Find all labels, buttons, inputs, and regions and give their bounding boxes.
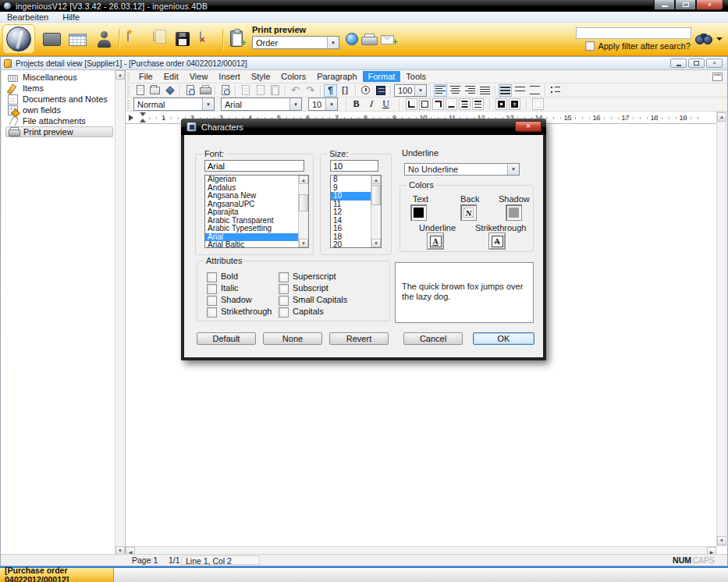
chevron-down-icon[interactable]: ▼ bbox=[325, 98, 337, 110]
copy-button[interactable] bbox=[254, 84, 267, 97]
dialog-close-button[interactable]: × bbox=[515, 121, 542, 132]
scroll-down-icon[interactable]: ▼ bbox=[717, 536, 726, 545]
apply-filter-checkbox[interactable] bbox=[585, 41, 595, 51]
underline-combobox[interactable]: No Underline ▼ bbox=[404, 163, 520, 176]
window-minimize-button[interactable] bbox=[654, 0, 675, 10]
scroll-down-icon[interactable]: ▼ bbox=[371, 239, 381, 247]
toolbar-grip[interactable] bbox=[127, 100, 130, 108]
globe-icon[interactable] bbox=[346, 33, 358, 45]
menubar-item[interactable]: Bearbeiten bbox=[0, 12, 55, 22]
save-button[interactable] bbox=[176, 32, 190, 46]
border-thick-middle-button[interactable] bbox=[509, 98, 520, 110]
sidebar-item-miscellaneous[interactable]: Miscellaneous bbox=[5, 72, 113, 83]
align-center-button[interactable] bbox=[449, 84, 462, 97]
editor-menus-item[interactable]: Colors bbox=[275, 71, 311, 82]
border-outline-button[interactable] bbox=[419, 98, 431, 110]
app-logo-button[interactable] bbox=[2, 24, 35, 54]
paste-button[interactable] bbox=[268, 84, 282, 97]
mdi-titlebar[interactable]: Projects detail view [Supplier1] - [Purc… bbox=[1, 57, 727, 70]
editor-menus-item[interactable]: View bbox=[184, 71, 214, 82]
paragraph-style-combobox[interactable]: Normal ▼ bbox=[133, 98, 215, 111]
editor-vertical-scrollbar[interactable]: ▲ ▼ bbox=[716, 112, 726, 546]
border-horizontal-double-button[interactable] bbox=[472, 98, 484, 110]
redo-button[interactable]: ↷ bbox=[304, 84, 317, 97]
line-spacing-double-button[interactable] bbox=[528, 84, 542, 97]
window-maximize-button[interactable] bbox=[675, 0, 696, 10]
bullet-list-button[interactable] bbox=[549, 84, 562, 97]
border-right-top-button[interactable] bbox=[432, 98, 444, 110]
attributes-column-2-item[interactable]: Subscript bbox=[279, 283, 347, 295]
table-view-icon[interactable] bbox=[69, 34, 87, 46]
size-list-items-item[interactable]: 16 bbox=[331, 225, 371, 233]
chevron-down-icon[interactable]: ▼ bbox=[507, 164, 519, 175]
align-right-button[interactable] bbox=[463, 84, 477, 97]
sidebar-item-file-attachments[interactable]: File attachments bbox=[5, 115, 113, 126]
size-list-items-item[interactable]: 20 bbox=[331, 241, 371, 247]
text-color-swatch[interactable] bbox=[410, 204, 427, 221]
chevron-down-icon[interactable]: ▼ bbox=[202, 98, 214, 110]
attributes-column-1-item[interactable]: Italic bbox=[207, 283, 272, 295]
cancel-button[interactable]: Cancel bbox=[403, 332, 463, 345]
mdi-minimize-button[interactable] bbox=[670, 59, 687, 68]
toolbar-grip[interactable] bbox=[127, 86, 130, 94]
ok-button[interactable]: OK bbox=[473, 332, 534, 345]
scroll-thumb[interactable] bbox=[299, 194, 308, 211]
underline-color-button[interactable]: A bbox=[427, 232, 444, 250]
window-close-button[interactable]: × bbox=[696, 0, 723, 10]
print-button[interactable] bbox=[361, 34, 376, 45]
dialog-titlebar[interactable]: Characters × bbox=[181, 119, 546, 135]
attributes-column-1-item[interactable]: Strikethrough bbox=[207, 307, 272, 318]
line-spacing-single-button[interactable] bbox=[499, 84, 512, 97]
underline-button[interactable]: U bbox=[379, 98, 392, 111]
size-list-scrollbar[interactable]: ▲ ▼ bbox=[371, 176, 381, 247]
attributes-column-2-item[interactable]: Small Capitals bbox=[279, 295, 347, 307]
border-horizontal-button[interactable] bbox=[459, 98, 471, 110]
border-none-button[interactable] bbox=[532, 98, 544, 110]
attributes-column-1-item[interactable]: Bold bbox=[207, 271, 272, 283]
font-name-input[interactable] bbox=[204, 160, 304, 172]
print-preview-button[interactable] bbox=[183, 84, 197, 97]
editor-menus-item[interactable]: Paragraph bbox=[311, 71, 362, 82]
search-options-caret-icon[interactable] bbox=[716, 37, 723, 41]
sidebar-item-items[interactable]: Items bbox=[5, 83, 113, 94]
size-list-items-item[interactable]: 10 bbox=[331, 192, 371, 201]
none-button[interactable]: None bbox=[263, 332, 322, 345]
italic-button[interactable]: I bbox=[364, 98, 378, 111]
font-family-combobox[interactable]: Arial ▼ bbox=[221, 98, 302, 111]
insert-field-button[interactable] bbox=[374, 84, 387, 97]
border-left-bottom-button[interactable] bbox=[406, 98, 417, 110]
scroll-up-icon[interactable]: ▲ bbox=[717, 112, 726, 122]
document-restore-icon[interactable] bbox=[712, 73, 723, 81]
scroll-up-icon[interactable]: ▲ bbox=[299, 176, 308, 184]
scroll-thumb[interactable] bbox=[371, 185, 381, 205]
active-window-tab[interactable]: [Purchase order 04022012/00012] bbox=[0, 568, 114, 582]
font-list-scrollbar[interactable]: ▲ ▼ bbox=[298, 176, 308, 247]
insert-time-button[interactable] bbox=[359, 84, 372, 97]
attributes-column-1-item[interactable]: Shadow bbox=[207, 295, 272, 307]
editor-menus-item[interactable]: Edit bbox=[158, 71, 184, 82]
sidebar-item-own-fields[interactable]: own fields bbox=[5, 105, 113, 115]
chevron-down-icon[interactable]: ▼ bbox=[414, 85, 426, 96]
font-list-items-item[interactable]: Arabic Typesetting bbox=[205, 225, 298, 233]
sidebar-scrollbar[interactable]: ▲ ▼ bbox=[115, 70, 124, 555]
border-bottom-button[interactable] bbox=[446, 98, 457, 110]
indent-marker-icon[interactable] bbox=[140, 112, 147, 122]
attributes-column-2-item[interactable]: Superscript bbox=[279, 271, 347, 283]
show-references-button[interactable]: [] bbox=[339, 84, 352, 97]
editor-menus-item[interactable]: Format bbox=[363, 71, 401, 82]
strikethrough-color-button[interactable]: A bbox=[488, 232, 506, 250]
cut-button[interactable] bbox=[239, 84, 252, 97]
print-button[interactable] bbox=[198, 84, 211, 97]
bold-button[interactable]: B bbox=[350, 98, 363, 111]
mdi-maximize-button[interactable] bbox=[688, 59, 705, 68]
clipboard-add-button[interactable]: + bbox=[230, 30, 243, 47]
font-size-input[interactable] bbox=[330, 160, 378, 172]
editor-menus-item[interactable]: Tools bbox=[400, 71, 431, 82]
search-binoculars-button[interactable] bbox=[695, 34, 712, 44]
sidebar-item-documents-and-notes[interactable]: Documents and Notes bbox=[5, 94, 113, 105]
border-thick-outline-button[interactable] bbox=[495, 98, 507, 110]
menubar-item[interactable]: Hilfe bbox=[55, 12, 87, 22]
font-list-items-item[interactable]: Angsana New bbox=[205, 192, 298, 201]
list-view-icon[interactable] bbox=[43, 33, 61, 46]
new-document-button[interactable] bbox=[133, 84, 147, 97]
